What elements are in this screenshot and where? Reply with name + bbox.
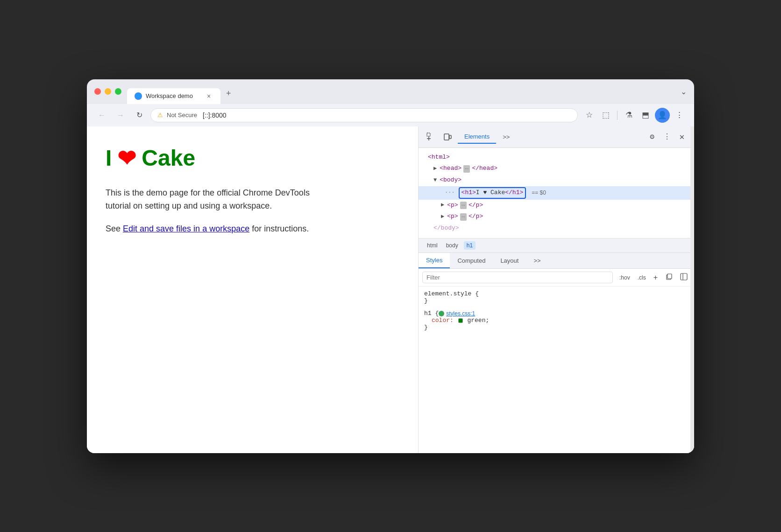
- dom-head-open: <head>: [440, 164, 462, 174]
- css-link-dot-icon: [439, 311, 444, 316]
- dom-row-body-close[interactable]: </body>: [419, 223, 694, 234]
- tabs-area: 🌐 Workspace demo × +: [127, 85, 675, 104]
- new-tab-button[interactable]: +: [222, 85, 235, 104]
- extensions-button[interactable]: ⬚: [598, 108, 613, 123]
- not-secure-label: Not Secure: [167, 112, 197, 119]
- color-value: green;: [467, 317, 489, 324]
- minimize-window-button[interactable]: [105, 88, 111, 95]
- profile-button[interactable]: 👤: [655, 108, 670, 123]
- breadcrumb-h1[interactable]: h1: [464, 241, 476, 250]
- dom-p1-ellipsis[interactable]: ···: [460, 202, 467, 209]
- address-bar[interactable]: ⚠ Not Secure [::]:8000: [150, 108, 578, 122]
- workspace-link[interactable]: Edit and save files in a workspace: [123, 224, 249, 233]
- main-area: I ❤ Cake This is the demo page for the o…: [87, 126, 694, 453]
- element-style-close: }: [424, 297, 689, 304]
- heart-emoji: ❤: [117, 145, 136, 171]
- dom-row-head[interactable]: ▶ <head> ··· </head>: [419, 163, 694, 175]
- dom-row-p2[interactable]: ▶ <p> ··· </p>: [419, 211, 694, 223]
- traffic-lights: [94, 88, 121, 100]
- dom-p2-close: </p>: [469, 212, 483, 222]
- nav-divider: [617, 111, 618, 120]
- dom-head-ellipsis[interactable]: ···: [463, 165, 470, 173]
- styles-tab-computed[interactable]: Computed: [450, 253, 493, 268]
- bookmark-button[interactable]: ☆: [582, 108, 596, 123]
- svg-rect-3: [444, 134, 449, 140]
- dom-row-p1[interactable]: ▶ <p> ··· </p>: [419, 200, 694, 211]
- dom-p1-open: <p>: [447, 201, 458, 210]
- dom-html-tag: <html>: [428, 153, 450, 162]
- tab-close-button[interactable]: ×: [205, 92, 213, 100]
- breadcrumb-body[interactable]: body: [443, 241, 461, 250]
- svg-rect-6: [667, 274, 672, 279]
- breadcrumb-bar: html body h1: [419, 238, 694, 253]
- reload-button[interactable]: ↻: [132, 108, 147, 123]
- element-style-selector: element.style {: [424, 290, 689, 297]
- more-tools-button[interactable]: ⋮: [660, 130, 674, 143]
- back-button[interactable]: ←: [94, 108, 109, 123]
- browser-window: 🌐 Workspace demo × + ⌄ ← → ↻ ⚠ Not Secur…: [87, 79, 694, 453]
- h1-selector: h1 {: [424, 310, 439, 317]
- styles-filter-input[interactable]: [422, 272, 613, 283]
- device-toolbar-button[interactable]: [441, 130, 454, 143]
- labs-button[interactable]: ⚗: [621, 108, 636, 123]
- styles-css-link[interactable]: styles.css:1: [439, 310, 475, 317]
- h1-style-header: h1 { styles.css:1: [424, 310, 689, 317]
- heading-i: I: [106, 145, 112, 171]
- h1-style-rules: color: green;: [424, 317, 689, 324]
- dom-h1-more: ···: [441, 189, 455, 197]
- tab-more[interactable]: >>: [496, 131, 516, 143]
- add-style-button[interactable]: +: [651, 272, 660, 283]
- settings-button[interactable]: ⚙: [646, 130, 659, 143]
- dom-h1-close-tag: </h1>: [505, 188, 523, 198]
- dom-eq-sign: == $0: [532, 189, 546, 197]
- active-tab[interactable]: 🌐 Workspace demo ×: [127, 88, 220, 104]
- svg-rect-4: [449, 135, 451, 139]
- devtools-toolbar: Elements >> ⚙ ⋮ ✕: [419, 126, 694, 148]
- devtools-panel: Elements >> ⚙ ⋮ ✕ <html> ▶ <head>: [419, 126, 694, 453]
- page-body: This is the demo page for the official C…: [106, 186, 330, 236]
- hover-state-button[interactable]: :hov: [617, 273, 633, 282]
- styles-tab-styles[interactable]: Styles: [419, 253, 450, 268]
- body-paragraph-1: This is the demo page for the official C…: [106, 186, 330, 213]
- devtools-tabs: Elements >>: [458, 130, 642, 144]
- dom-p1-close: </p>: [469, 201, 483, 210]
- copy-styles-button[interactable]: [662, 272, 675, 283]
- split-button[interactable]: ⬒: [638, 108, 653, 123]
- color-swatch-green[interactable]: [458, 318, 463, 323]
- more-button[interactable]: ⋮: [672, 108, 687, 123]
- title-bar: 🌐 Workspace demo × + ⌄: [87, 79, 694, 104]
- svg-rect-7: [681, 273, 687, 280]
- inspect-element-button[interactable]: [424, 130, 437, 143]
- dom-h1-outline: <h1>I ♥ Cake</h1>: [459, 187, 526, 199]
- body-text-prefix: See: [106, 224, 123, 233]
- color-property: color:: [432, 317, 454, 324]
- devtools-close-button[interactable]: ✕: [675, 130, 689, 143]
- tab-elements[interactable]: Elements: [458, 130, 496, 144]
- dom-p2-ellipsis[interactable]: ···: [460, 213, 467, 221]
- h1-style-block: h1 { styles.css:1 color: green;: [424, 310, 689, 331]
- styles-tabs: Styles Computed Layout >>: [419, 253, 694, 269]
- dom-row-body[interactable]: ▼ <body>: [419, 175, 694, 186]
- tab-list-chevron[interactable]: ⌄: [681, 87, 687, 102]
- dom-p2-open: <p>: [447, 212, 458, 222]
- devtools-toolbar-right: ⚙ ⋮ ✕: [646, 130, 689, 143]
- dom-row-html[interactable]: <html>: [419, 152, 694, 163]
- element-style-block: element.style { }: [424, 290, 689, 304]
- devtools-scrollbar[interactable]: [690, 126, 694, 453]
- close-window-button[interactable]: [94, 88, 101, 95]
- dom-row-h1[interactable]: ··· <h1>I ♥ Cake</h1> == $0: [419, 186, 694, 200]
- h1-color-rule: color: green;: [432, 317, 689, 324]
- styles-tab-layout[interactable]: Layout: [493, 253, 526, 268]
- styles-panel: Styles Computed Layout >> :hov .cls +: [419, 253, 694, 453]
- breadcrumb-html[interactable]: html: [424, 241, 440, 250]
- dom-h1-open: <h1>: [462, 188, 476, 198]
- body-text-suffix: for instructions.: [249, 224, 309, 233]
- heading-cake: Cake: [142, 145, 195, 171]
- forward-button[interactable]: →: [113, 108, 128, 123]
- toggle-sidebar-button[interactable]: [677, 272, 690, 283]
- maximize-window-button[interactable]: [115, 88, 121, 95]
- body-paragraph-2: See Edit and save files in a workspace f…: [106, 222, 330, 236]
- class-button[interactable]: .cls: [635, 273, 649, 282]
- nav-icons: ☆ ⬚ ⚗ ⬒ 👤 ⋮: [582, 108, 687, 123]
- styles-tab-more[interactable]: >>: [526, 253, 548, 268]
